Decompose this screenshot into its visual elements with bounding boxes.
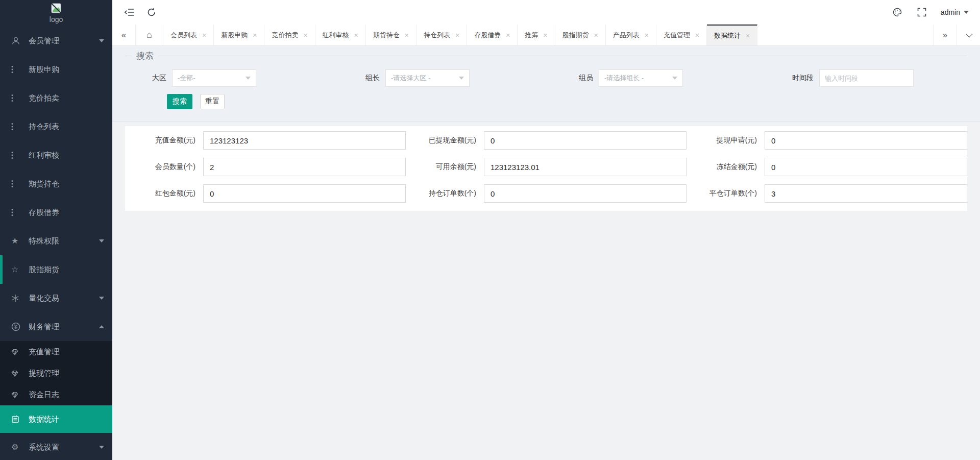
search-section: 搜索 大区 -全部- 组长 -请选择大区 - <box>112 46 980 122</box>
group-leader-select[interactable]: -请选择大区 - <box>385 69 470 87</box>
sidebar-item-finance-manage[interactable]: 财务管理 <box>0 312 112 341</box>
tabs-scroll-left-button[interactable]: « <box>112 25 136 45</box>
dots-icon <box>11 151 29 159</box>
app-root: logo 会员管理 新股申购 <box>0 0 980 460</box>
filter-label: 组员 <box>579 74 593 83</box>
stat-recharge-amount-input[interactable] <box>203 131 406 150</box>
stat-member-count: 会员数量(个) <box>125 158 406 176</box>
home-tab[interactable]: ⌂ <box>136 25 163 45</box>
tab-auction[interactable]: 竞价拍卖× <box>264 25 315 45</box>
tab-label: 会员列表 <box>170 31 197 40</box>
stat-label: 已提现金额(元) <box>406 136 476 145</box>
dots-icon <box>11 65 29 74</box>
sidebar-item-stock-lending[interactable]: 存股借券 <box>0 198 112 227</box>
theme-palette-icon[interactable] <box>892 7 903 18</box>
stat-available-balance-input[interactable] <box>484 158 687 176</box>
sidebar-item-recharge-manage[interactable]: 充值管理 <box>0 341 112 362</box>
stat-closed-orders: 平仓订单数(个) <box>687 184 967 203</box>
gem-icon <box>11 370 29 377</box>
sidebar-item-label: 会员管理 <box>29 36 59 46</box>
tab-label: 存股借券 <box>474 31 501 40</box>
stat-member-count-input[interactable] <box>203 158 406 176</box>
sidebar-item-quant-trading[interactable]: 量化交易 <box>0 284 112 312</box>
reset-button[interactable]: 重置 <box>200 94 225 109</box>
stat-label: 冻结金额(元) <box>687 162 757 172</box>
tab-data-statistics[interactable]: 数据统计× <box>707 25 757 45</box>
search-button[interactable]: 搜索 <box>167 94 192 109</box>
close-icon[interactable]: × <box>645 32 649 39</box>
sidebar-item-fund-log[interactable]: 资金日志 <box>0 384 112 405</box>
tab-grab[interactable]: 抢筹× <box>518 25 555 45</box>
sidebar-item-label: 资金日志 <box>29 390 59 400</box>
sidebar-item-special-perms[interactable]: ★ 特殊权限 <box>0 227 112 255</box>
close-icon[interactable]: × <box>253 32 257 39</box>
username: admin <box>941 8 960 16</box>
chevron-down-icon <box>99 39 104 42</box>
tab-bar: « ⌂ 会员列表× 新股申购× 竞价拍卖× 红利审核× 期货持仓× 持仓列表× … <box>112 25 980 46</box>
tabbar-right-controls: » <box>933 25 980 45</box>
stat-frozen-amount: 冻结金额(元) <box>687 158 967 176</box>
tab-member-list[interactable]: 会员列表× <box>163 25 214 45</box>
stat-redpacket-amount-input[interactable] <box>203 184 406 203</box>
tab-product-list[interactable]: 产品列表× <box>606 25 656 45</box>
tab-dividend-audit[interactable]: 红利审核× <box>315 25 366 45</box>
close-icon[interactable]: × <box>543 32 547 39</box>
tabs-menu-button[interactable] <box>957 25 980 45</box>
tab-stock-lending[interactable]: 存股借券× <box>467 25 518 45</box>
sidebar-item-system-settings[interactable]: ⚙ 系统设置 <box>0 433 112 460</box>
stat-withdrawn-amount-input[interactable] <box>484 131 687 150</box>
group-member-select[interactable]: -请选择组长 - <box>599 69 683 87</box>
close-icon[interactable]: × <box>303 32 307 39</box>
filter-group-member: 组员 -请选择组长 - <box>579 69 683 87</box>
stat-frozen-amount-input[interactable] <box>765 158 967 176</box>
search-filters-row: 大区 -全部- 组长 -请选择大区 - <box>125 56 967 87</box>
sidebar-item-auction[interactable]: 竞价拍卖 <box>0 84 112 112</box>
tabs-scroll-right-button[interactable]: » <box>933 25 957 45</box>
sidebar-item-futures-position[interactable]: 期货持仓 <box>0 170 112 198</box>
stat-withdraw-requests-input[interactable] <box>765 131 967 150</box>
fullscreen-icon[interactable] <box>916 7 927 18</box>
close-icon[interactable]: × <box>202 32 206 39</box>
close-icon[interactable]: × <box>594 32 598 39</box>
dots-icon <box>11 208 29 216</box>
chevron-down-icon <box>672 77 677 80</box>
tab-index-futures[interactable]: 股指期货× <box>555 25 606 45</box>
chevron-down-icon <box>459 77 464 80</box>
stat-label: 充值金额(元) <box>125 136 195 145</box>
region-select[interactable]: -全部- <box>172 69 256 87</box>
tab-label: 股指期货 <box>562 31 589 40</box>
close-icon[interactable]: × <box>746 32 750 39</box>
sidebar-item-data-statistics[interactable]: 数据统计 <box>0 405 112 433</box>
stat-open-orders: 持仓订单数(个) <box>406 184 687 203</box>
close-icon[interactable]: × <box>354 32 358 39</box>
close-icon[interactable]: × <box>695 32 699 39</box>
dots-icon <box>11 180 29 188</box>
gem-icon <box>11 349 29 355</box>
tab-position-list[interactable]: 持仓列表× <box>416 25 467 45</box>
time-range-input[interactable] <box>819 69 914 87</box>
refresh-icon[interactable] <box>146 7 157 18</box>
close-icon[interactable]: × <box>506 32 510 39</box>
sidebar-item-position-list[interactable]: 持仓列表 <box>0 112 112 141</box>
tab-label: 持仓列表 <box>424 31 450 40</box>
sidebar-item-dividend-audit[interactable]: 红利审核 <box>0 141 112 170</box>
close-icon[interactable]: × <box>455 32 459 39</box>
tab-recharge-manage[interactable]: 充值管理× <box>656 25 707 45</box>
sidebar-item-member-manage[interactable]: 会员管理 <box>0 27 112 55</box>
collapse-sidebar-icon[interactable] <box>124 7 135 18</box>
snowflake-icon <box>11 294 29 302</box>
sidebar-item-label: 存股借券 <box>29 208 59 217</box>
close-icon[interactable]: × <box>405 32 409 39</box>
sidebar-item-withdraw-manage[interactable]: 提现管理 <box>0 362 112 384</box>
filter-group-leader: 组长 -请选择大区 - <box>365 69 470 87</box>
stat-closed-orders-input[interactable] <box>765 184 967 203</box>
dots-icon <box>11 94 29 102</box>
sidebar-item-new-stock[interactable]: 新股申购 <box>0 55 112 84</box>
stat-open-orders-input[interactable] <box>484 184 687 203</box>
sidebar-item-index-futures[interactable]: ☆ 股指期货 <box>0 255 112 284</box>
star-filled-icon: ★ <box>11 237 29 245</box>
tab-futures-position[interactable]: 期货持仓× <box>366 25 416 45</box>
gem-icon <box>11 392 29 398</box>
user-menu[interactable]: admin <box>941 8 969 16</box>
tab-new-stock[interactable]: 新股申购× <box>214 25 264 45</box>
